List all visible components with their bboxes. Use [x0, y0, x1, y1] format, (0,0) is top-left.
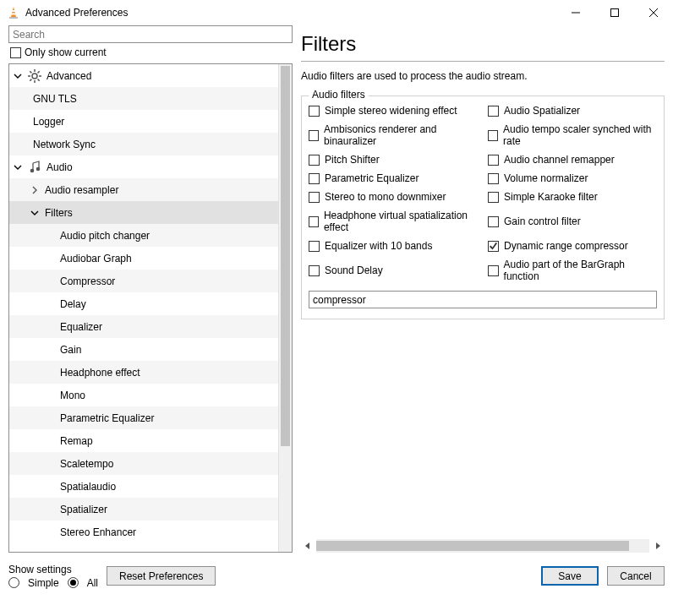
titlebar: Advanced Preferences: [0, 0, 673, 25]
filter-checkbox[interactable]: [488, 192, 499, 203]
filter-option-label: Equalizer with 10 bands: [325, 240, 432, 252]
tree-node[interactable]: Filters: [9, 201, 278, 224]
filter-option-label: Simple Karaoke filter: [504, 191, 598, 203]
panel-description: Audio filters are used to process the au…: [301, 62, 665, 90]
filter-option-label: Simple stereo widening effect: [325, 105, 457, 117]
filter-option-label: Audio tempo scaler synched with rate: [503, 123, 657, 147]
filter-checkbox[interactable]: [488, 265, 499, 276]
filter-option: Simple stereo widening effect: [309, 105, 478, 117]
tree-node[interactable]: Delay: [9, 292, 278, 315]
tree-node-label: Audio pitch changer: [60, 230, 150, 242]
filter-option-label: Audio part of the BarGraph function: [504, 259, 657, 282]
tree-node-label: Equalizer: [60, 321, 102, 333]
tree-node-label: Compressor: [60, 275, 115, 287]
tree-node-label: Audio resampler: [45, 184, 118, 196]
filter-checkbox[interactable]: [309, 173, 320, 184]
show-settings-simple-radio[interactable]: [8, 577, 19, 588]
hscroll-left-arrow[interactable]: [301, 539, 315, 553]
tree-node[interactable]: Spatializer: [9, 498, 278, 521]
tree-node-label: Logger: [33, 116, 64, 128]
close-button[interactable]: [634, 0, 673, 25]
svg-point-15: [36, 166, 41, 171]
reset-preferences-button[interactable]: Reset Preferences: [107, 566, 216, 586]
expand-toggle[interactable]: [30, 208, 40, 218]
music-icon: [28, 161, 41, 174]
tree-node-label: Stereo Enhancer: [60, 526, 136, 538]
filter-checkbox[interactable]: [309, 265, 320, 276]
minimize-button[interactable]: [556, 0, 595, 25]
tree-node-label: Network Sync: [33, 139, 96, 150]
only-show-current-checkbox[interactable]: [10, 47, 21, 58]
cancel-button[interactable]: Cancel: [607, 566, 665, 586]
filter-checkbox[interactable]: [309, 130, 319, 141]
tree-node[interactable]: Advanced: [9, 64, 278, 87]
tree-node[interactable]: Equalizer: [9, 315, 278, 338]
maximize-button[interactable]: [595, 0, 634, 25]
expand-toggle[interactable]: [13, 162, 23, 172]
hscroll-right-arrow[interactable]: [651, 539, 665, 553]
filter-checkbox[interactable]: [309, 192, 320, 203]
filter-checkbox[interactable]: [309, 106, 320, 117]
tree-scrollbar-thumb[interactable]: [281, 66, 290, 446]
filter-checkbox[interactable]: [309, 241, 320, 252]
expand-toggle[interactable]: [30, 185, 40, 195]
filter-checkbox[interactable]: [488, 173, 499, 184]
preferences-tree[interactable]: AdvancedGNU TLSLoggerNetwork SyncAudioAu…: [9, 64, 278, 552]
search-input[interactable]: [8, 25, 293, 43]
svg-rect-2: [611, 9, 619, 17]
filter-option-label: Ambisonics renderer and binauralizer: [324, 123, 478, 147]
tree-node-label: Audio: [47, 161, 73, 173]
tree-node-label: Remap: [60, 435, 93, 447]
tree-node[interactable]: Spatialaudio: [9, 475, 278, 498]
panel-hscrollbar[interactable]: [301, 539, 665, 553]
tree-node[interactable]: Audio pitch changer: [9, 224, 278, 247]
filter-option-label: Gain control filter: [504, 215, 581, 227]
filter-option-label: Headphone virtual spatialization effect: [324, 210, 478, 233]
tree-node-label: Advanced: [47, 70, 91, 82]
tree-node-label: Filters: [45, 207, 73, 219]
tree-node[interactable]: Parametric Equalizer: [9, 406, 278, 429]
tree-node[interactable]: GNU TLS: [9, 87, 278, 110]
filter-option-label: Dynamic range compressor: [504, 240, 628, 252]
tree-node-label: Gain: [60, 344, 81, 356]
filter-option-label: Volume normalizer: [504, 172, 588, 184]
filter-checkbox[interactable]: [488, 241, 499, 252]
filter-option-label: Sound Delay: [325, 264, 383, 276]
panel-title: Filters: [301, 25, 665, 62]
filter-checkbox[interactable]: [488, 130, 498, 141]
filter-option: Audio part of the BarGraph function: [488, 259, 657, 282]
filter-option-label: Audio Spatializer: [504, 105, 580, 117]
filter-option-label: Pitch Shifter: [325, 154, 380, 166]
show-settings-all-radio[interactable]: [68, 577, 79, 588]
tree-node[interactable]: Mono: [9, 384, 278, 406]
filter-option: Audio tempo scaler synched with rate: [488, 123, 657, 147]
filter-text-input[interactable]: [309, 291, 657, 308]
tree-node[interactable]: Network Sync: [9, 133, 278, 155]
tree-node[interactable]: Stereo Enhancer: [9, 521, 278, 543]
tree-node[interactable]: Headphone effect: [9, 361, 278, 384]
filter-checkbox[interactable]: [309, 155, 320, 166]
filter-checkbox[interactable]: [488, 155, 499, 166]
save-button[interactable]: Save: [541, 566, 599, 586]
filter-option: Dynamic range compressor: [488, 240, 657, 252]
filter-option: Stereo to mono downmixer: [309, 191, 478, 203]
tree-node[interactable]: Logger: [9, 110, 278, 133]
tree-node[interactable]: Scaletempo: [9, 452, 278, 475]
filter-checkbox[interactable]: [488, 216, 499, 227]
hscroll-thumb[interactable]: [316, 541, 629, 551]
filter-checkbox[interactable]: [488, 106, 499, 117]
tree-node[interactable]: Compressor: [9, 270, 278, 292]
tree-node[interactable]: Audio: [9, 155, 278, 178]
tree-node[interactable]: Audio resampler: [9, 178, 278, 201]
tree-scrollbar[interactable]: [278, 64, 292, 552]
expand-toggle[interactable]: [13, 71, 23, 81]
tree-node-label: GNU TLS: [33, 93, 77, 105]
window-title: Advanced Preferences: [25, 7, 128, 19]
filter-checkbox[interactable]: [309, 216, 319, 227]
audio-filters-group: Audio filters Simple stereo widening eff…: [301, 95, 665, 319]
filter-option: Simple Karaoke filter: [488, 191, 657, 203]
tree-node[interactable]: Remap: [9, 429, 278, 452]
tree-node-label: Audiobar Graph: [60, 253, 132, 264]
tree-node[interactable]: Gain: [9, 338, 278, 361]
tree-node[interactable]: Audiobar Graph: [9, 247, 278, 270]
